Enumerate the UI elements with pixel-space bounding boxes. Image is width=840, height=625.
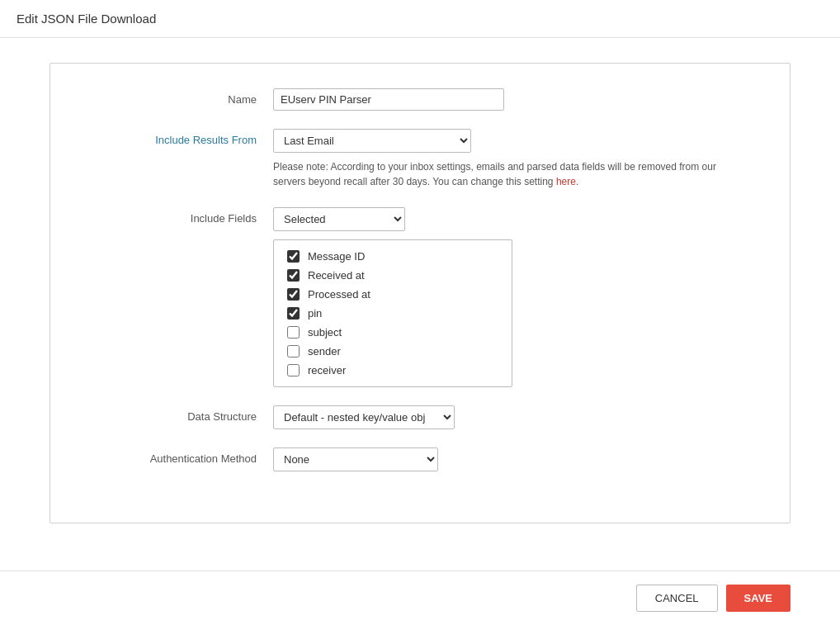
auth-method-select[interactable]: None Basic Auth Token — [273, 447, 438, 471]
fields-box: Message ID Received at Processed at pin — [273, 239, 512, 387]
form-card: Name Include Results From Last Email All… — [50, 63, 790, 523]
field-message-id: Message ID — [287, 250, 498, 263]
cancel-button[interactable]: CANCEL — [636, 585, 718, 612]
notice-link[interactable]: here. — [556, 176, 578, 187]
field-sender-checkbox[interactable] — [287, 345, 300, 357]
field-received-at-label: Received at — [308, 269, 365, 282]
notice-text: Please note: According to your inbox set… — [273, 159, 735, 189]
field-pin-label: pin — [308, 307, 322, 320]
data-structure-control: Default - nested key/value obj Flat key/… — [273, 405, 757, 429]
field-processed-at-checkbox[interactable] — [287, 288, 300, 301]
field-received-at: Received at — [287, 269, 498, 282]
page-title: Edit JSON File Download — [17, 12, 823, 26]
name-input[interactable] — [273, 88, 504, 111]
auth-method-control: None Basic Auth Token — [273, 447, 757, 471]
field-subject-label: subject — [308, 326, 342, 339]
field-subject: subject — [287, 326, 498, 339]
page-content: Name Include Results From Last Email All… — [0, 38, 840, 548]
page-header: Edit JSON File Download — [0, 0, 840, 38]
field-processed-at-label: Processed at — [308, 288, 370, 301]
data-structure-row: Data Structure Default - nested key/valu… — [83, 405, 757, 429]
field-sender-label: sender — [308, 345, 341, 357]
field-receiver: receiver — [287, 364, 498, 376]
field-pin: pin — [287, 307, 498, 320]
field-processed-at: Processed at — [287, 288, 498, 301]
field-receiver-checkbox[interactable] — [287, 364, 300, 376]
auth-method-label: Authentication Method — [83, 447, 273, 465]
name-label: Name — [83, 88, 273, 106]
include-results-label: Include Results From — [83, 129, 273, 146]
footer-buttons: CANCEL SAVE — [0, 571, 840, 625]
field-sender: sender — [287, 345, 498, 357]
field-received-at-checkbox[interactable] — [287, 269, 300, 282]
include-fields-control: Selected All Message ID Received at Proc… — [273, 207, 757, 387]
name-control — [273, 88, 757, 111]
name-row: Name — [83, 88, 757, 111]
include-results-row: Include Results From Last Email All Emai… — [83, 129, 757, 189]
field-subject-checkbox[interactable] — [287, 326, 300, 339]
field-message-id-label: Message ID — [308, 250, 365, 263]
save-button[interactable]: SAVE — [726, 585, 790, 612]
data-structure-label: Data Structure — [83, 405, 273, 423]
auth-method-row: Authentication Method None Basic Auth To… — [83, 447, 757, 471]
field-message-id-checkbox[interactable] — [287, 250, 300, 263]
field-receiver-label: receiver — [308, 364, 346, 376]
include-fields-label: Include Fields — [83, 207, 273, 225]
include-fields-row: Include Fields Selected All Message ID R… — [83, 207, 757, 387]
include-results-control: Last Email All Emails Please note: Accor… — [273, 129, 757, 189]
data-structure-select[interactable]: Default - nested key/value obj Flat key/… — [273, 405, 455, 429]
field-pin-checkbox[interactable] — [287, 307, 300, 320]
include-results-select[interactable]: Last Email All Emails — [273, 129, 471, 153]
include-fields-select[interactable]: Selected All — [273, 207, 405, 231]
